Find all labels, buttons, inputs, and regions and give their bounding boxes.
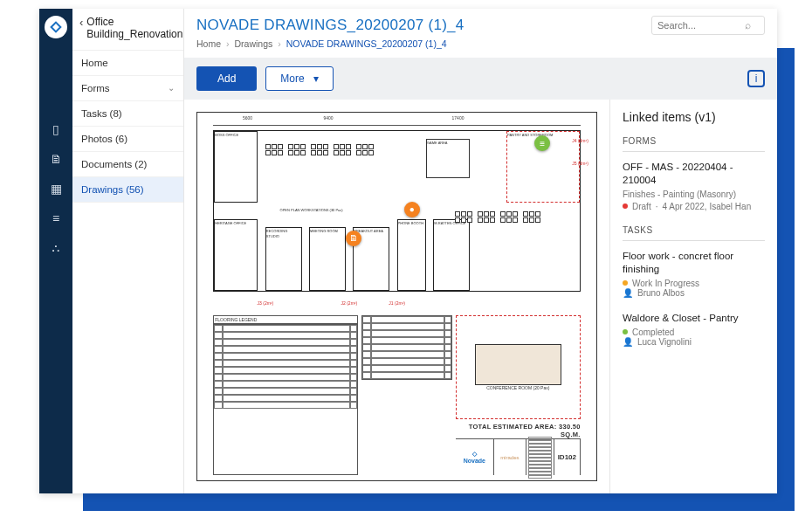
search-icon[interactable]: ⌕ [745,19,751,31]
marker-orange-1[interactable]: ● [404,202,420,217]
more-button[interactable]: More ▾ [265,66,333,91]
chevron-right-icon: › [226,38,230,49]
chevron-right-icon: › [278,38,281,49]
tag-j5: J5 (3m²) [572,161,588,166]
info-icon[interactable]: i [747,70,765,87]
document-icon[interactable]: 🗎 [50,152,62,166]
conference-room-detail: CONFERENCE ROOM (20 Pax) [456,315,581,419]
nav-drawings[interactable]: Drawings (56) [72,177,183,203]
titleblock: ◇Novade mirades NOVADE OFFICE FURNITURE … [456,438,581,475]
chevron-left-icon[interactable]: ‹ [79,16,83,30]
linked-heading: Linked items (v1) [623,110,765,124]
breadcrumb: Home › Drawings › NOVADE DRAWINGS_202002… [184,38,777,58]
list-icon[interactable]: ≡ [52,211,59,225]
status-dot-icon [623,329,628,334]
project-name: Office Building_Renovation [86,16,182,41]
person-icon: 👤 [623,288,633,298]
linked-task-item[interactable]: Waldore & Closet - Pantry Completed 👤Luc… [623,312,765,347]
linked-task-item[interactable]: Floor work - concret floor finishing Wor… [623,250,765,298]
search-box[interactable]: ⌕ [651,16,765,35]
tasks-section-label: TASKS [623,225,765,241]
nav-documents[interactable]: Documents (2) [72,152,183,177]
status-dot-icon [623,203,628,209]
app-logo [45,16,67,38]
add-button[interactable]: Add [196,66,257,91]
total-area: TOTAL ESTIMATED AREA: 330.50 SQ.M. [456,423,581,438]
chevron-down-icon: ⌄ [168,83,175,93]
linked-items-panel: Linked items (v1) FORMS OFF - MAS - 2022… [609,100,777,493]
legend-table [213,324,358,475]
floorplan: BOSS OFFICE HERITAGE OFFICE OPEN PLAN WO… [213,130,580,292]
nav-photos[interactable]: Photos (6) [72,127,183,152]
caret-down-icon: ▾ [313,72,319,85]
crumb-home[interactable]: Home [196,38,221,49]
linked-form-item[interactable]: OFF - MAS - 20220404 - 210004 Finishes -… [623,161,765,211]
people-icon[interactable]: ⛬ [50,241,62,255]
crumb-drawings[interactable]: Drawings [235,38,273,49]
project-header[interactable]: ‹ Office Building_Renovation [72,9,183,51]
nav-tasks[interactable]: Tasks (8) [72,101,183,127]
sidebar: ‹ Office Building_Renovation Home Forms⌄… [72,9,184,493]
tag-j1: J1 (2m²) [389,300,405,306]
marker-orange-2[interactable]: 🗎 [346,231,361,246]
search-input[interactable] [657,20,745,31]
tag-j4: J4 (3m²) [572,138,588,143]
page-title: NOVADE DRAWINGS_20200207 (1)_4 [196,17,464,34]
tag-j3: J3 (2m²) [258,300,274,306]
person-icon: 👤 [623,337,633,347]
tag-j2: J2 (2m²) [341,300,358,306]
forms-section-label: FORMS [623,136,765,152]
icon-rail: ▯ 🗎 ▦ ≡ ⛬ [39,9,72,493]
briefcase-icon[interactable]: ▯ [52,122,59,136]
nav-home[interactable]: Home [72,51,183,76]
status-dot-icon [623,280,628,286]
calendar-icon[interactable]: ▦ [51,182,62,196]
crumb-current: NOVADE DRAWINGS_20200207 (1)_4 [286,38,447,49]
drawing-viewer[interactable]: 5600 9400 17400 BOSS OFFICE HERITAGE OFF… [184,100,609,493]
nav-forms[interactable]: Forms⌄ [72,76,183,101]
